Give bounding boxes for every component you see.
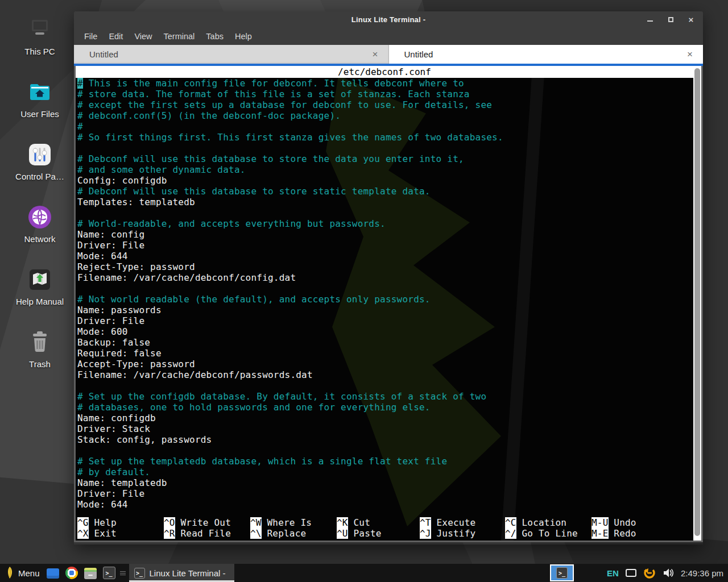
maximize-icon — [668, 17, 673, 22]
nano-line: # Debconf will use this database to stor… — [77, 186, 701, 197]
desktop-icon-user-files[interactable]: User Files — [8, 78, 72, 141]
keyboard-layout-indicator[interactable]: EN — [607, 568, 619, 578]
nano-line: # Debconf will use this database to stor… — [77, 153, 701, 164]
window-controls: × — [646, 11, 695, 27]
nano-shortcut-redo: M-E Redo — [592, 528, 678, 539]
nano-line: # store data. The format of this file is… — [77, 89, 701, 99]
nano-shortcut-replace: ^\ Replace — [250, 528, 337, 539]
nano-shortcut-undo: M-U Undo — [592, 517, 678, 528]
nano-title-bar: GNU nano 7.2 /etc/debconf.conf — [76, 66, 693, 78]
desktop-icon-label: Control Pa… — [15, 172, 64, 181]
nano-line: Driver: File — [77, 315, 701, 326]
text-cursor: # — [77, 78, 83, 89]
maximize-button[interactable] — [667, 15, 675, 23]
nano-line: # World-readable, and accepts everything… — [77, 218, 701, 229]
taskbar-window-title: Linux Lite Terminal - — [150, 568, 226, 578]
nano-shortcut-help: ^G Help — [77, 517, 164, 528]
nano-line — [77, 445, 701, 456]
nano-shortcut-justify: ^J Justify — [420, 528, 505, 539]
clock[interactable]: 2:49:36 pm — [681, 568, 723, 578]
file-manager-icon[interactable] — [47, 568, 59, 579]
nano-line: # databases, one to hold passwords and o… — [77, 402, 701, 413]
menu-view[interactable]: View — [129, 27, 158, 45]
nano-line: Mode: 644 — [77, 251, 701, 261]
nano-line: Name: templatedb — [77, 477, 701, 488]
linux-lite-logo-icon[interactable] — [5, 566, 15, 580]
taskbar: Menu Linux Lite Terminal - EN — [0, 564, 728, 582]
nano-line: Name: configdb — [77, 413, 701, 423]
menu-tabs[interactable]: Tabs — [200, 27, 229, 45]
nano-line: Stack: config, passwords — [77, 434, 701, 445]
nano-editor[interactable]: GNU nano 7.2 /etc/debconf.conf # This is… — [74, 66, 703, 542]
menu-edit[interactable]: Edit — [103, 27, 129, 45]
desktop-icon-trash[interactable]: Trash — [8, 329, 72, 391]
tab-untitled-2[interactable]: Untitled × — [389, 45, 704, 64]
nano-text-area[interactable]: # This is the main config file for debco… — [76, 78, 701, 510]
nano-shortcut-row-1: ^G Help^O Write Out^W Where Is^K Cut^T E… — [77, 517, 690, 528]
window-titlebar[interactable]: Linux Lite Terminal - × — [74, 11, 703, 27]
nano-line — [77, 283, 701, 294]
desktop-icon-this-pc[interactable]: This PC — [8, 16, 72, 78]
nano-shortcut-location: ^C Location — [505, 517, 592, 528]
display-icon[interactable] — [626, 569, 636, 577]
nano-filename: /etc/debconf.conf — [76, 66, 693, 78]
system-tray: EN 2:49:36 pm — [607, 567, 728, 579]
tab-bar: Untitled × Untitled × — [74, 45, 703, 66]
menu-file[interactable]: File — [78, 27, 103, 45]
terminal-tray-icon — [556, 567, 568, 579]
update-notifier-icon[interactable] — [643, 567, 656, 579]
nano-shortcut-bar: ^G Help^O Write Out^W Where Is^K Cut^T E… — [76, 517, 690, 539]
chrome-browser-icon[interactable] — [65, 567, 78, 579]
nano-line: # This is the main config file for debco… — [77, 78, 701, 89]
menu-button[interactable]: Menu — [18, 568, 40, 578]
menu-terminal[interactable]: Terminal — [158, 27, 201, 45]
trash-icon — [26, 329, 53, 356]
menu-bar: FileEditViewTerminalTabsHelp — [74, 27, 703, 45]
menu-help[interactable]: Help — [229, 27, 258, 45]
tasklist-handle[interactable] — [120, 567, 126, 579]
home-folder-icon — [26, 78, 53, 106]
desktop-icon-label: User Files — [20, 109, 59, 119]
desktop-icon-label: This PC — [24, 47, 55, 56]
tab-untitled-1[interactable]: Untitled × — [74, 45, 389, 64]
scrollbar-thumb[interactable] — [694, 68, 700, 536]
close-icon: × — [689, 15, 694, 24]
desktop-icon-control-panel[interactable]: Control Pa… — [8, 141, 72, 203]
nano-line: Driver: File — [77, 240, 701, 251]
nano-line: Driver: Stack — [77, 423, 701, 434]
computer-icon — [26, 16, 53, 43]
window-title: Linux Lite Terminal - — [351, 15, 425, 24]
desktop-icon-label: Help Manual — [16, 297, 64, 306]
scrollbar[interactable] — [693, 66, 701, 541]
nano-line — [77, 207, 701, 218]
minimize-button[interactable] — [646, 15, 654, 23]
desktop-icon-network[interactable]: Network — [8, 203, 72, 266]
nano-line: Driver: File — [77, 488, 701, 499]
nano-line — [77, 380, 701, 391]
minimize-icon — [647, 20, 653, 22]
nano-line: # by default. — [77, 467, 701, 477]
tray-terminal-button[interactable] — [550, 564, 574, 581]
nano-line: # Set up the templatedb database, which … — [77, 456, 701, 467]
archive-manager-icon[interactable] — [84, 568, 97, 579]
terminal-launcher-icon[interactable] — [103, 567, 115, 579]
nano-line: Filename: /var/cache/debconf/config.dat — [77, 272, 701, 283]
nano-shortcut-exit: ^X Exit — [77, 528, 164, 539]
nano-line: # and some other dynamic data. — [77, 164, 701, 175]
nano-line: # So first things first. This first stan… — [77, 132, 701, 143]
nano-line: # Set up the configdb database. By defau… — [77, 391, 701, 402]
nano-line: Reject-Type: password — [77, 261, 701, 272]
control-panel-icon — [26, 141, 53, 168]
nano-line — [77, 143, 701, 153]
nano-line: # debconf.conf(5) (in the debconf-doc pa… — [77, 110, 701, 121]
desktop-icon-help-manual[interactable]: Help Manual — [8, 266, 72, 329]
volume-icon[interactable] — [663, 568, 674, 578]
close-button[interactable]: × — [687, 15, 695, 23]
tab-label: Untitled — [389, 49, 433, 59]
nano-line: Required: false — [77, 348, 701, 359]
tab-close-icon[interactable]: × — [373, 49, 378, 59]
tab-close-icon[interactable]: × — [687, 49, 693, 59]
nano-line: Templates: templatedb — [77, 197, 701, 207]
terminal-window: Linux Lite Terminal - × FileEditViewTerm… — [74, 11, 703, 544]
taskbar-window-button[interactable]: Linux Lite Terminal - — [129, 564, 235, 582]
